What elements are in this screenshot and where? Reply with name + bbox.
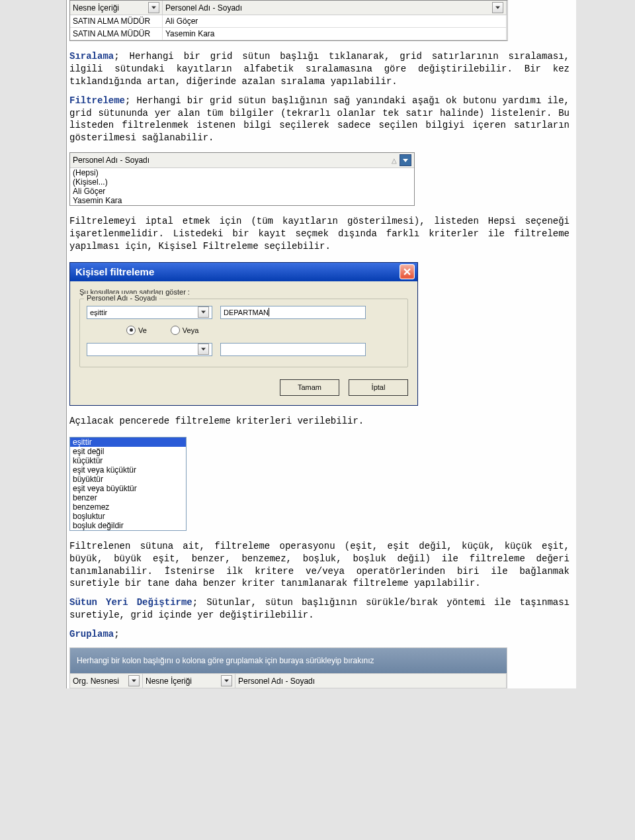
dialog-title: Kişisel filtreleme	[75, 266, 154, 277]
radio-or[interactable]: Veya	[171, 326, 198, 335]
chevron-down-icon[interactable]	[492, 2, 503, 13]
column-header-label: Personel Adı - Soyadı	[165, 3, 242, 13]
table-row[interactable]: SATIN ALMA MÜDÜR Ali Göçer	[70, 15, 507, 28]
column-header-nesne[interactable]: Nesne İçeriği	[70, 1, 163, 15]
radio-and[interactable]: Ve	[126, 326, 147, 335]
column-header-personel[interactable]: Personel Adı - Soyadı	[163, 1, 507, 15]
paragraph-filter-cancel: Filtrelemeyi iptal etmek için (tüm kayıt…	[67, 209, 576, 259]
filter-dropdown-header[interactable]: Personel Adı - Soyadı △	[70, 153, 414, 168]
list-item[interactable]: boşluk değildir	[70, 521, 186, 530]
group-drop-area[interactable]: Herhangi bir kolon başlığını o kolona gö…	[70, 648, 507, 673]
column-header-personel[interactable]: Personel Adı - Soyadı	[235, 674, 507, 688]
dialog-titlebar[interactable]: Kişisel filtreleme	[70, 263, 417, 281]
text-caret	[269, 308, 269, 316]
chevron-down-icon[interactable]	[128, 675, 140, 686]
operator-select-1[interactable]: eşittir	[87, 306, 212, 319]
paragraph-sorting: Sıralama; Herhangi bir grid sütun başlığ…	[67, 44, 576, 95]
group-panel[interactable]: Herhangi bir kolon başlığını o kolona gö…	[69, 647, 507, 688]
sort-asc-icon: △	[392, 157, 400, 164]
column-header-label: Nesne İçeriği	[73, 3, 119, 13]
cell: SATIN ALMA MÜDÜR	[70, 15, 163, 27]
chevron-down-icon[interactable]	[148, 2, 159, 13]
value-input-1[interactable]: DEPARTMAN	[220, 306, 366, 319]
filter-option[interactable]: Yasemin Kara	[70, 196, 414, 205]
paragraph-column-move: Sütun Yeri Değiştirme; Sütunlar, sütun b…	[67, 596, 576, 628]
value-input-2[interactable]	[220, 343, 366, 356]
term-sorting: Sıralama	[69, 51, 114, 62]
paragraph-dialog-info: Açılacak pencerede filtreleme kriterleri…	[67, 408, 576, 434]
operator-select-2[interactable]	[87, 343, 212, 356]
list-item[interactable]: küçüktür	[70, 456, 186, 465]
close-icon[interactable]	[400, 264, 415, 279]
chevron-down-icon[interactable]	[221, 675, 232, 686]
radio-icon	[126, 326, 136, 335]
filter-fieldset: Personel Adı - Soyadı eşittir DEPARTMAN	[79, 299, 408, 367]
term-filtering: Filtreleme	[69, 95, 125, 106]
filter-option[interactable]: (Kişisel...)	[70, 177, 414, 187]
chevron-down-icon[interactable]	[198, 344, 209, 355]
list-item[interactable]: benzemez	[70, 502, 186, 512]
filter-dropdown[interactable]: Personel Adı - Soyadı △ (Hepsi) (Kişisel…	[69, 152, 415, 206]
cell: SATIN ALMA MÜDÜR	[70, 28, 163, 40]
grid-personel[interactable]: Nesne İçeriği Personel Adı - Soyadı SATI…	[69, 0, 508, 41]
chevron-down-icon[interactable]	[400, 154, 411, 166]
fieldset-legend: Personel Adı - Soyadı	[84, 294, 159, 302]
column-header-org[interactable]: Org. Nesnesi	[70, 674, 143, 688]
chevron-down-icon[interactable]	[198, 306, 209, 318]
custom-filter-dialog: Kişisel filtreleme Şu koşullara uyan sat…	[69, 262, 418, 406]
paragraph-grouping: Gruplama;	[67, 628, 576, 645]
list-item[interactable]: eşit veya küçüktür	[70, 465, 186, 475]
cell: Ali Göçer	[163, 15, 507, 27]
term-column-move: Sütun Yeri Değiştirme	[69, 597, 192, 608]
list-item[interactable]: eşit veya büyüktür	[70, 484, 186, 493]
list-item[interactable]: benzer	[70, 493, 186, 502]
paragraph-operators: Filtrelenen sütuna ait, filtreleme opera…	[67, 534, 576, 597]
column-header-nesne[interactable]: Nesne İçeriği	[143, 674, 235, 688]
list-item[interactable]: eşit değil	[70, 447, 186, 456]
list-item[interactable]: büyüktür	[70, 475, 186, 484]
filter-option[interactable]: Ali Göçer	[70, 187, 414, 196]
list-item[interactable]: boşluktur	[70, 512, 186, 521]
term-grouping: Gruplama	[69, 629, 114, 639]
cell: Yasemin Kara	[163, 28, 507, 40]
filter-option[interactable]: (Hepsi)	[70, 168, 414, 177]
operator-listbox[interactable]: eşittir eşit değil küçüktür eşit veya kü…	[69, 437, 187, 531]
ok-button[interactable]: Tamam	[280, 379, 339, 396]
cancel-button[interactable]: İptal	[349, 379, 408, 396]
filter-dropdown-title: Personel Adı - Soyadı	[73, 156, 149, 165]
table-row[interactable]: SATIN ALMA MÜDÜR Yasemin Kara	[70, 28, 507, 40]
list-item[interactable]: eşittir	[70, 438, 186, 447]
radio-icon	[171, 326, 180, 335]
paragraph-filtering: Filtreleme; Herhangi bir grid sütun başl…	[67, 95, 576, 152]
